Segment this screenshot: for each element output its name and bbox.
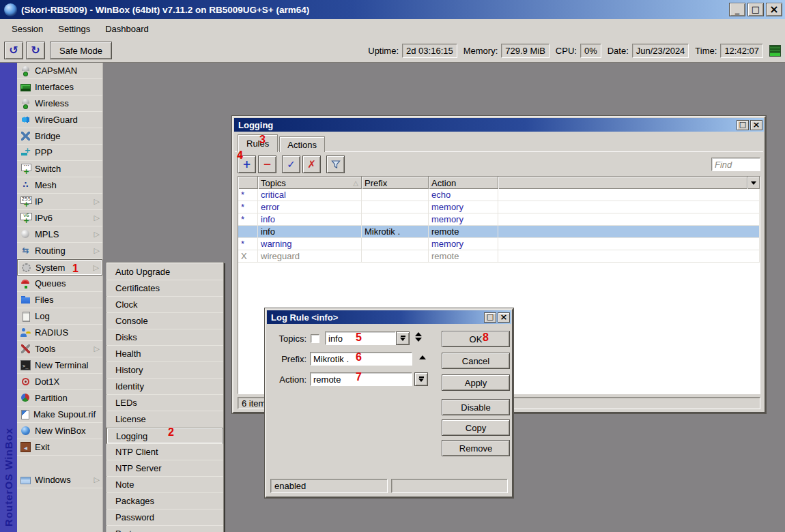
logging-close-button[interactable]: × bbox=[750, 120, 762, 130]
sidebar-item-new-winbox[interactable]: New WinBox bbox=[17, 423, 102, 439]
log-rule-maximize-button[interactable]: □ bbox=[484, 312, 496, 323]
sidebar-item-queues[interactable]: Queues bbox=[17, 276, 102, 292]
submenu-item-history[interactable]: History bbox=[106, 362, 223, 379]
sidebar-item-system[interactable]: System▷ bbox=[17, 259, 102, 276]
sidebar-item-make-supout[interactable]: Make Supout.rif bbox=[17, 407, 102, 423]
menu-settings[interactable]: Settings bbox=[51, 20, 98, 38]
logging-maximize-button[interactable]: □ bbox=[737, 120, 749, 130]
chevron-right-icon: ▷ bbox=[94, 197, 100, 206]
submenu-item-ntp-client[interactable]: NTP Client bbox=[106, 444, 223, 460]
sidebar-item-tools[interactable]: Tools▷ bbox=[17, 341, 102, 357]
logging-titlebar[interactable]: Logging □ × bbox=[234, 118, 764, 132]
table-row-disabled[interactable]: Xwireguardremote bbox=[238, 250, 760, 263]
find-input[interactable] bbox=[711, 158, 760, 171]
remove-rule-button[interactable]: − bbox=[258, 156, 276, 173]
dropdown-icon bbox=[751, 181, 756, 185]
undo-button[interactable]: ↺ bbox=[4, 42, 23, 59]
sidebar-item-partition[interactable]: Partition bbox=[17, 390, 102, 407]
log-rule-close-button[interactable]: × bbox=[498, 312, 510, 323]
disable-rule-button[interactable]: ✗ bbox=[302, 156, 321, 173]
sidebar-item-dot1x[interactable]: Dot1X bbox=[17, 374, 102, 390]
sidebar-item-wireless[interactable]: Wireless bbox=[17, 95, 102, 112]
sidebar-item-wireguard[interactable]: WireGuard bbox=[17, 112, 102, 128]
col-prefix[interactable]: Prefix bbox=[362, 177, 429, 189]
tab-actions[interactable]: Actions bbox=[279, 136, 325, 152]
close-button[interactable]: × bbox=[766, 3, 782, 16]
apply-button[interactable]: Apply bbox=[442, 374, 510, 391]
exit-icon bbox=[20, 442, 31, 452]
sidebar-item-exit[interactable]: Exit bbox=[17, 439, 102, 456]
time-label: Time: bbox=[695, 46, 717, 56]
maximize-button[interactable]: □ bbox=[747, 3, 764, 16]
disable-button[interactable]: Disable bbox=[442, 399, 510, 415]
submenu-item-ports[interactable]: Ports bbox=[106, 526, 223, 532]
submenu-item-certificates[interactable]: Certificates bbox=[106, 280, 223, 297]
sidebar-item-windows[interactable]: Windows▷ bbox=[17, 472, 102, 488]
submenu-item-packages[interactable]: Packages bbox=[106, 493, 223, 509]
annotation-step-4: 4 bbox=[237, 151, 243, 160]
action-dropdown-button[interactable] bbox=[414, 372, 428, 386]
remove-button[interactable]: Remove bbox=[442, 440, 510, 456]
annotation-step-8: 8 bbox=[483, 333, 489, 342]
submenu-item-password[interactable]: Password bbox=[106, 509, 223, 526]
sidebar-item-switch[interactable]: Switch bbox=[17, 161, 102, 177]
redo-button[interactable]: ↻ bbox=[26, 42, 45, 59]
sidebar-item-mesh[interactable]: ∴Mesh bbox=[17, 177, 102, 194]
submenu-item-ntp-server[interactable]: NTP Server bbox=[106, 460, 223, 477]
mesh-icon: ∴ bbox=[20, 180, 31, 190]
safe-mode-button[interactable]: Safe Mode bbox=[50, 42, 112, 59]
connection-indicator-icon bbox=[769, 45, 781, 57]
filter-button[interactable] bbox=[326, 156, 345, 173]
col-topics[interactable]: Topics△ bbox=[258, 177, 362, 189]
log-rule-titlebar[interactable]: Log Rule <info> □ × bbox=[267, 310, 511, 324]
table-row[interactable]: *errormemory bbox=[238, 201, 760, 213]
topics-add-remove-spinner[interactable] bbox=[415, 332, 422, 342]
table-row[interactable]: *warningmemory bbox=[238, 238, 760, 250]
submenu-item-clock[interactable]: Clock bbox=[106, 297, 223, 313]
submenu-item-auto-upgrade[interactable]: Auto Upgrade bbox=[106, 264, 223, 280]
submenu-item-console[interactable]: Console bbox=[106, 313, 223, 329]
remove-topic-row-button[interactable] bbox=[419, 355, 426, 359]
menubar: Session Settings Dashboard bbox=[0, 19, 785, 39]
minimize-button[interactable]: _ bbox=[729, 3, 745, 16]
table-row[interactable]: *infomemory bbox=[238, 213, 760, 226]
sidebar-item-bridge[interactable]: Bridge bbox=[17, 128, 102, 145]
topics-checkbox[interactable] bbox=[311, 334, 319, 343]
cancel-button[interactable]: Cancel bbox=[442, 353, 510, 369]
column-menu-button[interactable] bbox=[747, 177, 760, 189]
submenu-item-identity[interactable]: Identity bbox=[106, 379, 223, 395]
sidebar-item-capsman[interactable]: CAPsMAN bbox=[17, 63, 102, 79]
menu-session[interactable]: Session bbox=[4, 20, 51, 38]
tab-rules[interactable]: Rules bbox=[238, 134, 278, 152]
log-rule-dialog: Log Rule <info> □ × Topics: Prefix: Acti… bbox=[265, 308, 513, 498]
submenu-item-logging[interactable]: Logging bbox=[106, 428, 223, 444]
copy-button[interactable]: Copy bbox=[442, 419, 510, 436]
sidebar-item-mpls[interactable]: MPLS▷ bbox=[17, 226, 102, 243]
submenu-item-health[interactable]: Health bbox=[106, 346, 223, 362]
sidebar-item-log[interactable]: Log bbox=[17, 308, 102, 325]
submenu-item-disks[interactable]: Disks bbox=[106, 329, 223, 346]
ok-button[interactable]: OK bbox=[442, 331, 510, 347]
submenu-item-license[interactable]: License bbox=[106, 411, 223, 428]
menu-dashboard[interactable]: Dashboard bbox=[98, 20, 156, 38]
sidebar-item-routing[interactable]: ⇆Routing▷ bbox=[17, 243, 102, 259]
sidebar-item-ppp[interactable]: PPP bbox=[17, 145, 102, 161]
table-row[interactable]: *criticalecho bbox=[238, 189, 760, 201]
sidebar-item-interfaces[interactable]: Interfaces bbox=[17, 79, 102, 95]
sidebar-item-ipv6[interactable]: IPv6▷ bbox=[17, 210, 102, 226]
submenu-item-leds[interactable]: LEDs bbox=[106, 395, 223, 411]
sidebar-item-files[interactable]: Files bbox=[17, 292, 102, 308]
sidebar-item-radius[interactable]: RADIUS bbox=[17, 325, 102, 341]
col-action[interactable]: Action bbox=[429, 177, 498, 189]
topics-dropdown-button[interactable] bbox=[396, 331, 410, 345]
filter-funnel-icon bbox=[330, 159, 341, 170]
brand-strip: RouterOS WinBox bbox=[0, 63, 17, 532]
table-row-selected[interactable]: infoMikrotik .remote bbox=[238, 226, 760, 238]
annotation-step-5: 5 bbox=[356, 333, 362, 342]
sidebar-item-new-terminal[interactable]: New Terminal bbox=[17, 357, 102, 374]
enable-rule-button[interactable]: ✓ bbox=[282, 156, 300, 173]
submenu-item-note[interactable]: Note bbox=[106, 477, 223, 493]
col-flags[interactable] bbox=[238, 177, 258, 189]
uptime-label: Uptime: bbox=[368, 46, 399, 56]
sidebar-item-ip[interactable]: IP▷ bbox=[17, 194, 102, 210]
